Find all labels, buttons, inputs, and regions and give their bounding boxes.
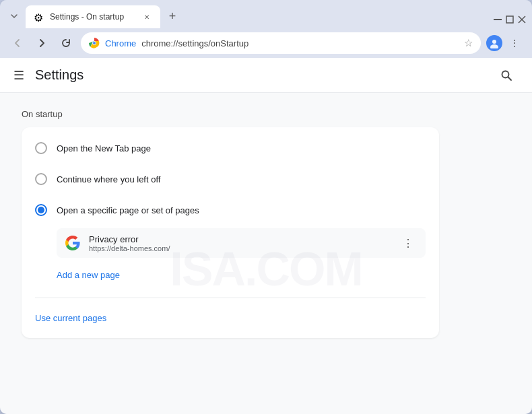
svg-line-10 [508, 77, 512, 80]
page-entry-url: https://delta-homes.com/ [89, 244, 391, 252]
star-icon[interactable]: ☆ [464, 37, 473, 49]
tab-favicon: ⚙ [34, 11, 44, 22]
profile-avatar[interactable] [486, 35, 502, 51]
title-bar: ⚙ Settings - On startup ✕ + [0, 0, 532, 28]
maximize-button[interactable] [505, 15, 514, 24]
page-entry-info: Privacy error https://delta-homes.com/ [89, 234, 391, 252]
google-g-logo [65, 235, 81, 251]
add-new-page-link[interactable]: Add a new page [57, 266, 426, 284]
tab-bar: ⚙ Settings - On startup ✕ + [5, 5, 488, 28]
browser-menu-button[interactable]: ⋮ [505, 34, 524, 53]
on-startup-section-title: On startup [22, 109, 510, 119]
radio-circle-specific [35, 204, 47, 216]
address-text: chrome://settings/onStartup [141, 38, 459, 48]
page-entry: Privacy error https://delta-homes.com/ ⋮ [57, 228, 426, 258]
window-controls [493, 15, 527, 24]
minimize-button[interactable] [493, 15, 502, 24]
nav-icons: ⋮ [486, 34, 524, 53]
use-current-pages-link[interactable]: Use current pages [22, 304, 439, 333]
radio-circle-continue [35, 173, 47, 185]
section-divider [35, 298, 426, 298]
close-button[interactable] [517, 15, 527, 24]
new-tab-button[interactable]: + [163, 7, 182, 26]
settings-title-area: ☰ Settings [13, 67, 84, 83]
chrome-logo-icon [89, 38, 100, 48]
tab-close-button[interactable]: ✕ [141, 11, 152, 22]
radio-label-continue: Continue where you left off [57, 174, 160, 184]
active-tab[interactable]: ⚙ Settings - On startup ✕ [26, 5, 160, 28]
radio-option-new-tab[interactable]: Open the New Tab page [22, 133, 439, 164]
back-button[interactable] [8, 34, 27, 53]
radio-circle-new-tab [35, 142, 47, 154]
radio-option-specific[interactable]: Open a specific page or set of pages [22, 195, 439, 226]
radio-label-specific: Open a specific page or set of pages [57, 205, 199, 215]
chrome-label: Chrome [105, 38, 136, 48]
page-entry-name: Privacy error [89, 234, 391, 244]
hamburger-menu-button[interactable]: ☰ [13, 68, 24, 83]
radio-option-continue[interactable]: Continue where you left off [22, 164, 439, 195]
settings-search-button[interactable] [494, 63, 519, 88]
settings-header: ☰ Settings [0, 58, 532, 93]
startup-settings-card: Open the New Tab page Continue where you… [22, 127, 439, 338]
forward-button[interactable] [32, 34, 51, 53]
browser-window: ⚙ Settings - On startup ✕ + [0, 0, 532, 414]
tab-list-arrow[interactable] [5, 7, 23, 25]
page-title: Settings [35, 67, 84, 83]
radio-label-new-tab: Open the New Tab page [57, 143, 151, 153]
address-bar[interactable]: Chrome chrome://settings/onStartup ☆ [81, 32, 481, 54]
settings-main: ISA.COM On startup Open the New Tab page… [0, 93, 532, 414]
page-entry-menu-button[interactable]: ⋮ [399, 234, 418, 252]
svg-point-8 [490, 44, 498, 48]
tab-title: Settings - On startup [50, 12, 136, 22]
svg-point-7 [492, 40, 496, 44]
radio-inner-specific [38, 207, 44, 213]
refresh-button[interactable] [57, 34, 75, 53]
svg-point-6 [93, 42, 96, 44]
nav-bar: Chrome chrome://settings/onStartup ☆ ⋮ [0, 28, 532, 58]
svg-rect-0 [494, 19, 502, 20]
svg-rect-1 [506, 16, 513, 23]
specific-pages-section: Privacy error https://delta-homes.com/ ⋮… [22, 226, 439, 292]
page-content: ☰ Settings ISA.COM On startup Open the N… [0, 58, 532, 414]
